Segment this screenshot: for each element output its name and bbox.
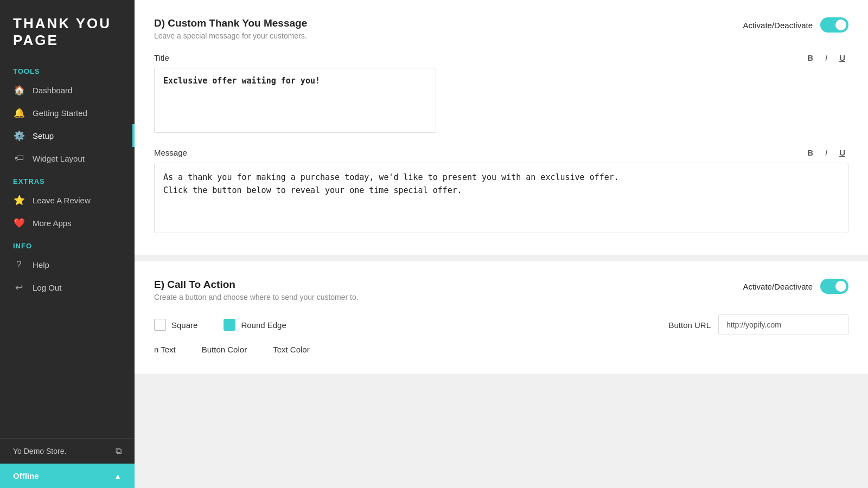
message-format-buttons: B I U — [804, 147, 848, 158]
logout-icon: ↩ — [13, 281, 25, 293]
sidebar-item-label: Getting Started — [33, 108, 87, 118]
square-option[interactable]: Square — [154, 319, 197, 331]
section-e-header: E) Call To Action Create a button and ch… — [154, 279, 848, 301]
section-label-tools: Tools — [0, 60, 135, 79]
sidebar-item-getting-started[interactable]: 🔔 Getting Started — [0, 101, 135, 124]
cta-options-row: Square Round Edge Button URL — [154, 314, 848, 335]
message-field-row: Message B I U — [154, 147, 848, 158]
sidebar-item-label: Setup — [33, 131, 54, 140]
title-input[interactable]: Exclusive offer waiting for you! — [154, 68, 436, 133]
sidebar-item-leave-a-review[interactable]: ⭐ Leave A Review — [0, 189, 135, 211]
chevron-up-icon: ▲ — [114, 472, 122, 480]
message-field-label: Message — [154, 148, 187, 157]
external-link-icon[interactable]: ⧉ — [116, 446, 122, 456]
bell-icon: 🔔 — [13, 107, 25, 119]
home-icon: 🏠 — [13, 84, 25, 96]
round-edge-label: Round Edge — [241, 320, 286, 330]
title-italic-button[interactable]: I — [822, 52, 831, 63]
button-url-label: Button URL — [668, 320, 711, 330]
main-content: D) Custom Thank You Message Leave a spec… — [135, 0, 868, 488]
square-checkbox[interactable] — [154, 319, 166, 331]
section-label-info: Info — [0, 234, 135, 253]
title-field-label: Title — [154, 53, 169, 62]
sidebar-item-dashboard[interactable]: 🏠 Dashboard — [0, 79, 135, 101]
button-url-input[interactable] — [718, 314, 848, 335]
sidebar-item-log-out[interactable]: ↩ Log Out — [0, 276, 135, 299]
text-color-label: Text Color — [273, 345, 310, 354]
message-bold-button[interactable]: B — [804, 147, 816, 158]
star-icon: ⭐ — [13, 194, 25, 206]
sidebar-item-label: Help — [33, 260, 49, 269]
section-e-title-group: E) Call To Action Create a button and ch… — [154, 279, 359, 301]
section-e-subtitle: Create a button and choose where to send… — [154, 293, 359, 301]
sidebar-item-widget-layout[interactable]: 🏷 Widget Layout — [0, 147, 135, 170]
square-label: Square — [171, 320, 197, 330]
offline-label: Offline — [13, 471, 39, 480]
gear-icon: ⚙️ — [13, 130, 25, 142]
button-url-group: Button URL — [312, 314, 848, 335]
message-italic-button[interactable]: I — [822, 147, 831, 158]
section-d-card: D) Custom Thank You Message Leave a spec… — [135, 0, 868, 255]
section-e-title: E) Call To Action — [154, 279, 359, 291]
title-underline-button[interactable]: U — [836, 52, 848, 63]
section-e-card: E) Call To Action Create a button and ch… — [135, 261, 868, 374]
title-bold-button[interactable]: B — [804, 52, 816, 63]
section-d-subtitle: Leave a special message for your custome… — [154, 31, 307, 40]
section-d-title-group: D) Custom Thank You Message Leave a spec… — [154, 17, 307, 40]
app-logo: THANK YOU PAGE — [0, 0, 135, 60]
heart-icon: ❤️ — [13, 217, 25, 229]
sidebar-item-more-apps[interactable]: ❤️ More Apps — [0, 211, 135, 234]
sidebar-item-label: Dashboard — [33, 86, 72, 95]
section-d-title: D) Custom Thank You Message — [154, 17, 307, 29]
store-row: Yo Demo Store. ⧉ — [0, 438, 135, 464]
section-e-toggle[interactable] — [820, 279, 848, 294]
sidebar-item-setup[interactable]: ⚙️ Setup — [0, 124, 135, 147]
sidebar-item-label: Leave A Review — [33, 196, 91, 205]
section-d-activate-label: Activate/Deactivate — [743, 21, 813, 30]
round-edge-option[interactable]: Round Edge — [224, 319, 286, 331]
sidebar-item-label: Log Out — [33, 283, 61, 292]
message-input[interactable]: As a thank you for making a purchase tod… — [154, 163, 848, 233]
bottom-labels-row: n Text Button Color Text Color — [154, 345, 848, 354]
store-name: Yo Demo Store. — [13, 447, 110, 455]
sidebar: THANK YOU PAGE Tools 🏠 Dashboard 🔔 Getti… — [0, 0, 135, 488]
message-underline-button[interactable]: U — [836, 147, 848, 158]
title-field-row: Title B I U — [154, 52, 848, 63]
section-d-toggle[interactable] — [820, 17, 848, 33]
round-edge-checkbox[interactable] — [224, 319, 235, 331]
sidebar-bottom: Yo Demo Store. ⧉ Offline ▲ — [0, 438, 135, 488]
btn-text-label: n Text — [154, 345, 176, 354]
button-color-label: Button Color — [202, 345, 247, 354]
title-format-buttons: B I U — [804, 52, 848, 63]
section-d-header: D) Custom Thank You Message Leave a spec… — [154, 17, 848, 40]
question-icon: ? — [13, 259, 25, 271]
section-e-activate-label: Activate/Deactivate — [743, 282, 813, 291]
section-d-activate-row: Activate/Deactivate — [743, 17, 848, 33]
offline-bar[interactable]: Offline ▲ — [0, 464, 135, 488]
section-label-extras: Extras — [0, 170, 135, 189]
sidebar-item-label: Widget Layout — [33, 154, 85, 163]
sidebar-item-label: More Apps — [33, 219, 72, 228]
tag-icon: 🏷 — [13, 152, 25, 164]
sidebar-item-help[interactable]: ? Help — [0, 253, 135, 276]
section-e-activate-row: Activate/Deactivate — [743, 279, 848, 294]
